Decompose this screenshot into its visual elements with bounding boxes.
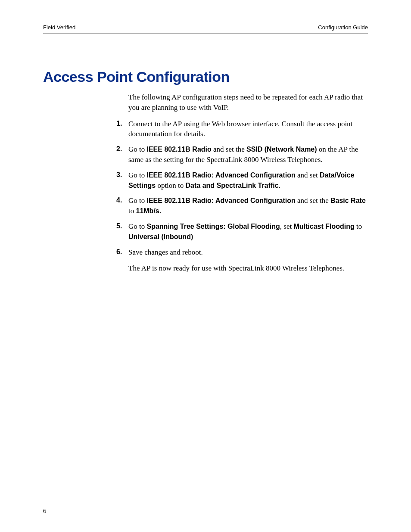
- bold-text: IEEE 802.11B Radio: Advanced Configurati…: [147, 197, 296, 204]
- bold-text: SSID (Network Name): [246, 146, 317, 153]
- step-text: and set: [296, 171, 320, 179]
- bold-text: Basic Rate: [330, 197, 366, 204]
- bold-text: IEEE 802.11B Radio: [147, 146, 212, 153]
- step-item: Go to Spanning Tree Settings: Global Flo…: [116, 221, 368, 242]
- bold-text: Multicast Flooding: [293, 223, 354, 230]
- document-page: Field Verified Configuration Guide Acces…: [0, 0, 411, 532]
- content-block: The following AP configuration steps nee…: [128, 92, 368, 274]
- step-text: Go to: [128, 196, 147, 205]
- step-text: to: [355, 222, 362, 230]
- intro-paragraph: The following AP configuration steps nee…: [128, 92, 368, 113]
- page-number: 6: [43, 507, 47, 515]
- step-item: Go to IEEE 802.11B Radio and set the SSI…: [116, 144, 368, 165]
- header-divider: [43, 33, 368, 34]
- step-text: Connect to the AP using the Web browser …: [128, 120, 352, 138]
- steps-list: Connect to the AP using the Web browser …: [128, 119, 368, 258]
- bold-text: Data and SpectraLink Traffic: [186, 182, 279, 189]
- step-text: and set the: [296, 196, 330, 205]
- step-text: , set: [280, 222, 294, 230]
- step-item: Connect to the AP using the Web browser …: [116, 119, 368, 140]
- step-item: Go to IEEE 802.11B Radio: Advanced Confi…: [116, 170, 368, 191]
- step-text: Go to: [128, 145, 147, 153]
- step-text: .: [279, 181, 280, 190]
- header-left: Field Verified: [43, 24, 75, 31]
- bold-text: 11Mb/s.: [136, 207, 161, 215]
- page-header: Field Verified Configuration Guide: [43, 24, 368, 33]
- step-text: Save changes and reboot.: [128, 248, 203, 256]
- step-text: to: [128, 207, 136, 215]
- page-title: Access Point Configuration: [43, 68, 368, 85]
- step-item: Save changes and reboot.: [116, 247, 368, 258]
- bold-text: IEEE 802.11B Radio: Advanced Configurati…: [147, 171, 296, 179]
- step-text: and set the: [212, 145, 246, 153]
- step-text: Go to: [128, 222, 147, 230]
- step-text: option to: [156, 181, 185, 190]
- closing-paragraph: The AP is now ready for use with Spectra…: [128, 263, 368, 274]
- bold-text: Universal (Inbound): [128, 233, 193, 240]
- step-item: Go to IEEE 802.11B Radio: Advanced Confi…: [116, 196, 368, 216]
- bold-text: Spanning Tree Settings: Global Flooding: [147, 223, 280, 230]
- header-right: Configuration Guide: [318, 24, 368, 31]
- step-text: Go to: [128, 171, 147, 179]
